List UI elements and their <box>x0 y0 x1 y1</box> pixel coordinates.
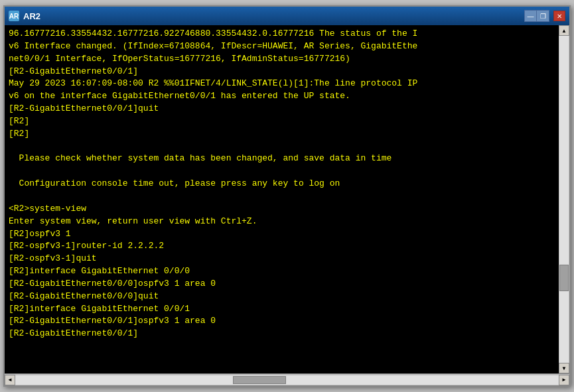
scroll-right-button[interactable]: ► <box>559 375 569 385</box>
scroll-thumb-horizontal[interactable] <box>233 376 286 384</box>
vertical-scrollbar: ▲ ▼ <box>559 25 569 373</box>
minimize-button[interactable]: — <box>525 11 537 21</box>
scroll-thumb-vertical[interactable] <box>559 265 569 291</box>
title-bar-left: AR AR2 <box>9 11 40 21</box>
terminal-window: AR AR2 — ❐ ✕ 96.16777216.33554432.167772… <box>3 5 571 387</box>
scroll-down-button[interactable]: ▼ <box>559 363 569 373</box>
scroll-track-horizontal[interactable] <box>15 375 559 385</box>
horizontal-scrollbar: ◄ ► <box>5 373 569 385</box>
window-controls-group: — ❐ <box>524 10 549 22</box>
restore-button[interactable]: ❐ <box>537 11 549 21</box>
scroll-track-vertical[interactable] <box>559 36 569 363</box>
title-buttons: — ❐ ✕ <box>524 10 565 22</box>
window-title: AR2 <box>23 11 40 21</box>
terminal-output[interactable]: 96.16777216.33554432.16777216.922746880.… <box>5 25 559 373</box>
title-bar: AR AR2 — ❐ ✕ <box>5 7 569 25</box>
scroll-left-button[interactable]: ◄ <box>5 375 15 385</box>
scroll-up-button[interactable]: ▲ <box>559 25 569 36</box>
close-button[interactable]: ✕ <box>553 11 565 21</box>
app-icon: AR <box>9 11 19 21</box>
terminal-area: 96.16777216.33554432.16777216.922746880.… <box>5 25 569 373</box>
